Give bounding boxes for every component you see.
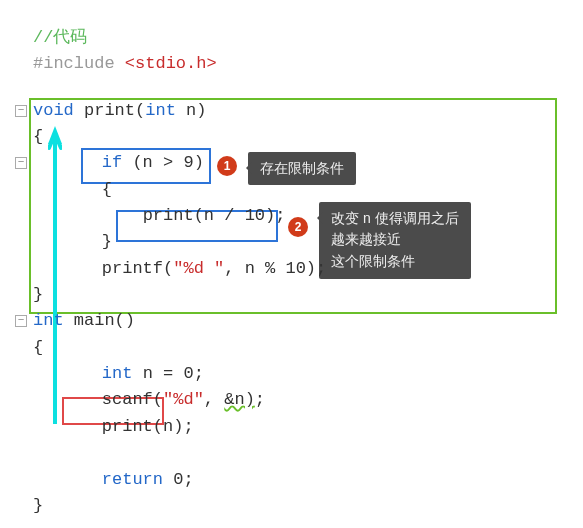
scanf-call: scanf(	[102, 390, 163, 409]
printf-call: printf(	[102, 259, 173, 278]
code-row: print(n / 10);	[61, 203, 568, 229]
include-keyword: #include	[33, 54, 125, 73]
header-name: stdio.h	[135, 54, 206, 73]
code-row: }	[33, 282, 568, 308]
include-line: #include <stdio.h>	[33, 51, 568, 77]
func-name: main()	[74, 311, 135, 330]
code-row: scanf("%d", &n);	[61, 387, 568, 413]
var-decl: n = 0;	[143, 364, 204, 383]
condition: (n > 9)	[132, 153, 203, 172]
brace: }	[33, 496, 43, 515]
fold-minus-icon[interactable]: −	[15, 157, 27, 169]
code-row: }	[33, 493, 568, 519]
recursive-call: print(n / 10);	[143, 206, 286, 225]
fold-minus-icon[interactable]: −	[15, 105, 27, 117]
paren: (	[135, 101, 145, 120]
code-row: − void print(int n)	[15, 98, 568, 124]
angle-close: >	[206, 54, 216, 73]
comma: ,	[204, 390, 224, 409]
code-row: {	[61, 177, 568, 203]
args-rest: , n % 10);	[224, 259, 326, 278]
type-keyword: int	[102, 364, 143, 383]
string-literal: "%d "	[173, 259, 224, 278]
brace: {	[33, 338, 43, 357]
angle-open: <	[125, 54, 135, 73]
param-name: n	[186, 101, 196, 120]
code-row: int n = 0;	[61, 361, 568, 387]
code-row: print(n);	[61, 414, 568, 440]
code-row: {	[33, 124, 568, 150]
brace: }	[102, 232, 112, 251]
code-row: − if (n > 9)	[15, 150, 568, 176]
wavy-underline: &n)	[224, 390, 255, 409]
call-print: print(n);	[102, 417, 194, 436]
type-keyword: void	[33, 101, 84, 120]
brace: {	[102, 180, 112, 199]
code-block: 1 2 存在限制条件 改变 n 使得调用之后 越来越接近 这个限制条件 − vo…	[15, 98, 568, 520]
code-row	[61, 440, 568, 466]
if-keyword: if	[102, 153, 133, 172]
return-stmt: return 0;	[102, 470, 194, 489]
code-row: printf("%d ", n % 10);	[61, 256, 568, 282]
code-comment: //代码	[33, 28, 87, 47]
code-row: return 0;	[61, 467, 568, 493]
code-row: − int main()	[15, 308, 568, 334]
comment-line: //代码	[33, 25, 568, 51]
type-keyword: int	[33, 311, 74, 330]
code-row: {	[33, 335, 568, 361]
brace: {	[33, 127, 43, 146]
type-keyword: int	[145, 101, 186, 120]
string-literal: "%d"	[163, 390, 204, 409]
brace: }	[33, 285, 43, 304]
semicolon: ;	[255, 390, 265, 409]
fold-minus-icon[interactable]: −	[15, 315, 27, 327]
paren: )	[196, 101, 206, 120]
code-row: }	[61, 229, 568, 255]
func-name: print	[84, 101, 135, 120]
